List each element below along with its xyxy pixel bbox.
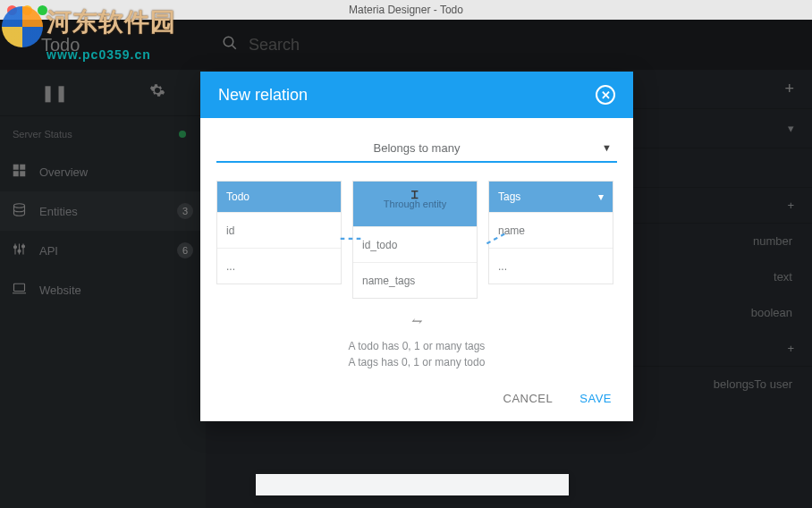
- save-button[interactable]: SAVE: [579, 392, 612, 405]
- dropdown-caret-icon: ▾: [598, 190, 604, 203]
- swap-direction-button[interactable]: ⥊: [216, 313, 617, 329]
- target-entity-title: Tags: [498, 190, 520, 203]
- through-entity-header[interactable]: Ꮖ Through entity: [353, 182, 477, 226]
- background-card-shadow: [256, 474, 569, 495]
- target-entity-card: Tags ▾ name ...: [488, 181, 613, 284]
- window-title: Materia Designer - Todo: [0, 4, 812, 16]
- entity-field-row[interactable]: name: [489, 212, 613, 248]
- text-cursor-icon: Ꮖ: [411, 189, 419, 201]
- source-entity-title: Todo: [226, 190, 250, 203]
- entity-field-row[interactable]: name_tags: [353, 262, 477, 298]
- new-relation-modal: New relation ✕ Belongs to many ▼ - - - -…: [200, 72, 633, 421]
- desc-line-1: A todo has 0, 1 or many tags: [216, 338, 617, 354]
- relation-connector-icon: - - -: [340, 229, 360, 248]
- entity-field-row[interactable]: ...: [217, 248, 341, 284]
- through-entity-card: Ꮖ Through entity id_todo name_tags: [352, 181, 478, 299]
- relation-type-select[interactable]: Belongs to many ▼: [216, 134, 617, 163]
- modal-actions: CANCEL SAVE: [200, 376, 633, 421]
- modal-title: New relation: [218, 86, 308, 105]
- modal-header: New relation ✕: [200, 72, 633, 118]
- relation-description: A todo has 0, 1 or many tags A tags has …: [216, 338, 617, 370]
- entity-field-row[interactable]: id_todo: [353, 226, 477, 262]
- cancel-button[interactable]: CANCEL: [503, 392, 554, 405]
- source-entity-card: Todo id ...: [216, 181, 342, 284]
- dropdown-caret-icon: ▼: [602, 142, 612, 153]
- desc-line-2: A tags has 0, 1 or many todo: [216, 354, 617, 370]
- target-entity-select[interactable]: Tags ▾: [489, 182, 613, 212]
- entity-field-row[interactable]: id: [217, 212, 341, 248]
- source-entity-header: Todo: [217, 182, 341, 212]
- entity-field-row[interactable]: ...: [489, 248, 613, 284]
- close-modal-button[interactable]: ✕: [596, 85, 615, 105]
- relation-type-value: Belongs to many: [374, 141, 461, 155]
- relation-cards: - - - - - - Todo id ... Ꮖ Through entity…: [216, 181, 617, 299]
- window-titlebar: Materia Designer - Todo: [0, 0, 812, 20]
